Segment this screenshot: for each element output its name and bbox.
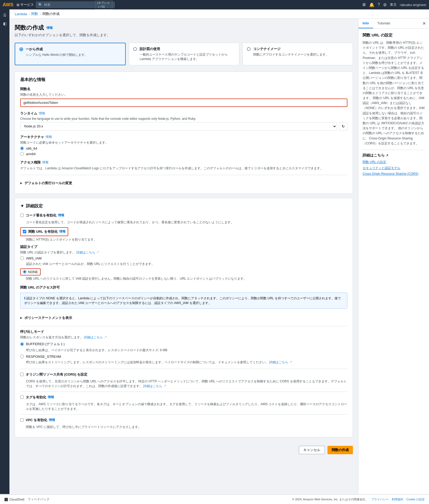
cors-label: オリジン間リソース共有 (CORS) を設定 [26,372,87,377]
response-ext-icon: ↗ [289,360,292,364]
response-stream-radio[interactable] [20,355,24,358]
cancel-button[interactable]: キャンセル [299,446,325,454]
external-link-icon: ↗ [96,251,99,254]
vpc-label: VPC を有効化 情報 [26,418,55,422]
runtime-refresh-button[interactable]: ↻ [339,122,347,131]
radio-blueprint[interactable] [133,47,137,51]
arch-x86-radio[interactable] [20,147,24,150]
option-container-desc: 関数にデプロイするコンテナイメージを選択します。 [253,52,329,57]
panel-section-title: 関数 URL の設定 [363,33,425,38]
option-card-blueprint[interactable]: 設計図の使用 一般的ユースケース用のサンプルコードと設定プリセットから Lamb… [129,43,239,65]
code-signing-item: コード署名を有効化 情報 [20,213,347,218]
invoke-mode-label: 呼び出しモード [20,329,44,334]
tag-info-link[interactable]: 情報 [48,395,54,399]
cors-checkbox[interactable] [20,373,24,376]
page-info-link[interactable]: 情報 [46,26,53,30]
auth-aws-iam-option[interactable]: AWS_IAM [20,256,347,260]
response-stream-label: RESPONSE_STREAM [26,355,61,359]
page-title: 関数の作成 情報 [15,24,353,32]
external-link-icon2: ↗ [386,154,388,157]
menu-icon[interactable]: ☰ [2,12,8,18]
auth-aws-iam-radio[interactable] [20,256,24,260]
architecture-radio-group: x86_64 arm64 [20,147,347,156]
tab-info[interactable]: Info [358,19,373,28]
function-name-group: 関数名 関数の名前を入力してください。 [20,87,347,107]
details-collapse-icon[interactable]: ▼ [20,204,24,208]
runtime-info-link[interactable]: 情報 [39,111,45,116]
policy-expand-header[interactable]: ▶ ポリシーステートメントを表示 [20,313,347,323]
right-panel-tabs: Info Tutorials ✕ [358,19,429,29]
none-radio-box: NONE [20,268,41,275]
region-selector[interactable]: 東京 [390,2,397,7]
create-function-button[interactable]: 関数の作成 [327,446,353,454]
buffered-desc: 呼び出し結果は、ペイロードが完了すると表示されます。レスポンスペイロードの最大サ… [26,348,347,353]
arch-arm-option[interactable]: arm64 [20,152,347,156]
breadcrumb-lambda[interactable]: Lambda [15,12,27,16]
sidebar-toggle: ☰ ◧ [0,9,9,494]
access-info-link[interactable]: 情報 [42,160,49,165]
services-menu[interactable]: ⊞ サービス [17,2,34,7]
panel-body-text: 関数の URL は、関数専用の HTTP(S) エンドポイントです。関数の UR… [363,40,425,146]
help-icon[interactable]: ? [378,2,380,7]
panel-link-2[interactable]: セキュリティと認証モデル [363,166,425,170]
runtime-select[interactable]: Node.js 20.x [20,122,337,131]
panel-link-1[interactable]: 関数 URL の設定 [363,160,425,164]
arch-x86-option[interactable]: x86_64 [20,147,347,150]
cors-ext-icon: ↗ [163,384,166,388]
settings-icon[interactable]: ⚙ [383,2,387,7]
option-blueprint-desc: 一般的ユースケース用のサンプルコードと設定プリセットから Lambda アプリケ… [140,52,235,61]
search-shortcut: [オプション+S] [96,0,112,9]
cors-item: オリジン間リソース共有 (CORS) を設定 [20,372,347,377]
breadcrumb-functions[interactable]: 関数 [31,12,38,16]
url-info-link[interactable]: 情報 [59,229,66,234]
option-scratch-title: 一から作成 [26,47,88,52]
buffered-option[interactable]: BUFFERED (デフォルト) [20,342,347,346]
buffered-label: BUFFERED (デフォルト) [26,342,65,346]
function-name-sublabel: 関数の名前を入力してください。 [20,93,347,97]
radio-scratch[interactable] [19,47,23,51]
action-bar: キャンセル 関数の作成 [15,442,353,470]
code-signing-label: コード署名を有効化 情報 [26,213,64,218]
policy-chevron: ▶ [20,316,22,319]
response-stream-desc: 呼び出し結果をストリーミングします。レスポンスのストリーミングには追加料金が発生… [26,360,347,365]
code-signing-checkbox[interactable] [20,214,24,217]
auth-aws-iam-label: AWS_IAM [26,256,41,260]
option-card-scratch[interactable]: 一から作成 シンプルな Hello World の例で開始します。 [15,43,126,65]
function-name-input[interactable] [20,99,347,107]
search-bar[interactable]: 🔍 [オプション+S] [36,2,115,8]
vpc-checkbox[interactable] [20,418,24,422]
buffered-radio[interactable] [20,342,24,346]
bell-icon[interactable]: 🔔 [369,2,374,7]
response-stream-option[interactable]: RESPONSE_STREAM [20,355,347,359]
option-blueprint-title: 設計図の使用 [140,47,235,51]
code-signing-info-link[interactable]: 情報 [58,213,64,218]
url-enable-checkbox[interactable] [23,230,26,233]
auth-radio-group: AWS_IAM 認証された IAM ユーザーとロールのみが、関数 URL にリク… [20,256,347,281]
expand-role-header[interactable]: ▶ デフォルトの実行ロールの変更 [20,178,347,188]
vpc-item: VPC を有効化 情報 [20,418,347,422]
radio-container[interactable] [247,47,251,51]
vpc-info-link[interactable]: 情報 [49,418,55,422]
user-menu[interactable]: rakuaku-engineer [400,3,426,7]
search-input[interactable] [44,3,94,7]
tab-tutorials[interactable]: Tutorials [373,19,394,28]
aws-logo: AWS [3,2,13,8]
option-card-container[interactable]: コンテナイメージ 関数にデプロイするコンテナイメージを選択します。 [242,43,353,65]
architecture-group: アーキテクチャ 情報 関数コードに必要な命令セットアーキテクチャを選択します。 … [20,135,347,156]
side-nav-icon[interactable]: ◧ [2,20,8,27]
architecture-info-link[interactable]: 情報 [46,135,52,139]
invoke-detail-link[interactable]: 詳細はこちら [84,335,103,339]
auth-detail-link[interactable]: 詳細はこちら [76,251,95,254]
auth-none-radio[interactable] [23,270,27,274]
details-section: ▼ 詳細設定 コード署名を有効化 情報 コード署名設定を使用して、コードが承認さ… [15,198,353,437]
arch-arm-radio[interactable] [20,152,24,156]
monitor-icon[interactable]: 🖥 [362,2,366,7]
content-area: 関数の作成 情報 以下のいずれかのオプションを選択して、関数を作成します。 一か… [9,19,358,494]
panel-link-3[interactable]: Cross-Origin Resource Sharing (CORS) [363,172,425,176]
response-stream-link[interactable]: 詳細はこちら [269,360,288,364]
auth-type-desc: 関数 URL の認証タイプを選択します。 詳細はこちら ↗ [20,250,347,255]
url-access-label: 関数 URL のアクセス許可 [20,285,347,290]
cors-link[interactable]: 詳細はこちら [143,384,162,388]
panel-close-button[interactable]: ✕ [419,19,429,28]
tag-checkbox[interactable] [20,395,24,399]
